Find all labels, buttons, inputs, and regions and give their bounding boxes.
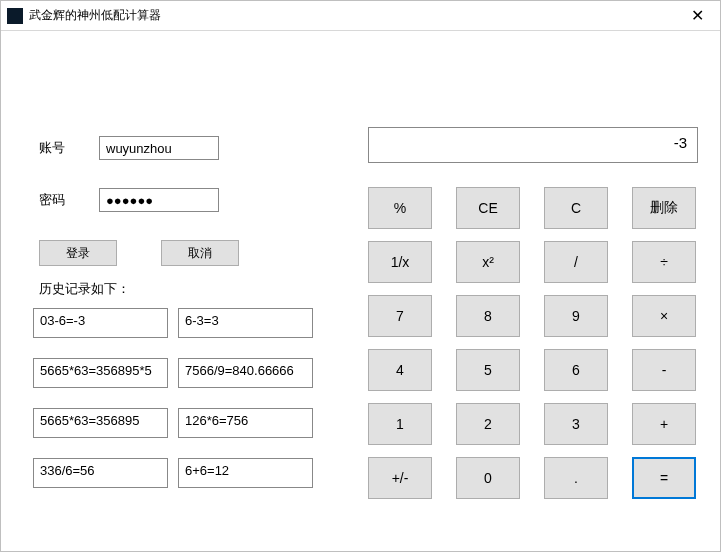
login-button-row: 登录 取消 [39, 240, 339, 266]
key-equals[interactable]: = [632, 457, 696, 499]
history-item[interactable]: 126*6=756 [178, 408, 313, 438]
calculator-keypad: %CEC删除1/xx²/÷789×456-123++/-0.= [368, 187, 698, 499]
history-item[interactable]: 6-3=3 [178, 308, 313, 338]
key-divide[interactable]: ÷ [632, 241, 696, 283]
password-label: 密码 [39, 191, 99, 209]
key-two[interactable]: 2 [456, 403, 520, 445]
key-seven[interactable]: 7 [368, 295, 432, 337]
key-decimal[interactable]: . [544, 457, 608, 499]
key-negate[interactable]: +/- [368, 457, 432, 499]
password-row: 密码 [39, 188, 339, 212]
history-item[interactable]: 336/6=56 [33, 458, 168, 488]
key-subtract[interactable]: - [632, 349, 696, 391]
cancel-button[interactable]: 取消 [161, 240, 239, 266]
key-three[interactable]: 3 [544, 403, 608, 445]
app-window: 武金辉的神州低配计算器 ✕ 账号 密码 登录 取消 历史记录如下： 03-6=-… [0, 0, 721, 552]
close-button[interactable]: ✕ [674, 1, 720, 30]
key-clear-entry[interactable]: CE [456, 187, 520, 229]
login-and-history-pane: 账号 密码 登录 取消 历史记录如下： 03-6=-3 6-3=3 5665*6… [39, 136, 339, 488]
key-add[interactable]: + [632, 403, 696, 445]
calculator-display[interactable]: -3 [368, 127, 698, 163]
key-square[interactable]: x² [456, 241, 520, 283]
history-title: 历史记录如下： [39, 280, 339, 298]
key-one[interactable]: 1 [368, 403, 432, 445]
password-input[interactable] [99, 188, 219, 212]
key-five[interactable]: 5 [456, 349, 520, 391]
client-area: 账号 密码 登录 取消 历史记录如下： 03-6=-3 6-3=3 5665*6… [1, 31, 720, 551]
key-nine[interactable]: 9 [544, 295, 608, 337]
key-zero[interactable]: 0 [456, 457, 520, 499]
key-six[interactable]: 6 [544, 349, 608, 391]
app-icon [7, 8, 23, 24]
history-item[interactable]: 7566/9=840.66666 [178, 358, 313, 388]
login-button[interactable]: 登录 [39, 240, 117, 266]
history-item[interactable]: 5665*63=356895 [33, 408, 168, 438]
account-row: 账号 [39, 136, 339, 160]
calculator-pane: -3 %CEC删除1/xx²/÷789×456-123++/-0.= [368, 127, 698, 499]
history-item[interactable]: 5665*63=356895*5 [33, 358, 168, 388]
key-percent[interactable]: % [368, 187, 432, 229]
key-four[interactable]: 4 [368, 349, 432, 391]
account-input[interactable] [99, 136, 219, 160]
key-delete[interactable]: 删除 [632, 187, 696, 229]
key-reciprocal[interactable]: 1/x [368, 241, 432, 283]
window-title: 武金辉的神州低配计算器 [29, 7, 161, 24]
key-eight[interactable]: 8 [456, 295, 520, 337]
key-clear[interactable]: C [544, 187, 608, 229]
history-item[interactable]: 03-6=-3 [33, 308, 168, 338]
titlebar: 武金辉的神州低配计算器 ✕ [1, 1, 720, 31]
key-slash[interactable]: / [544, 241, 608, 283]
history-item[interactable]: 6+6=12 [178, 458, 313, 488]
key-multiply[interactable]: × [632, 295, 696, 337]
history-grid: 03-6=-3 6-3=3 5665*63=356895*5 7566/9=84… [33, 308, 339, 488]
account-label: 账号 [39, 139, 99, 157]
